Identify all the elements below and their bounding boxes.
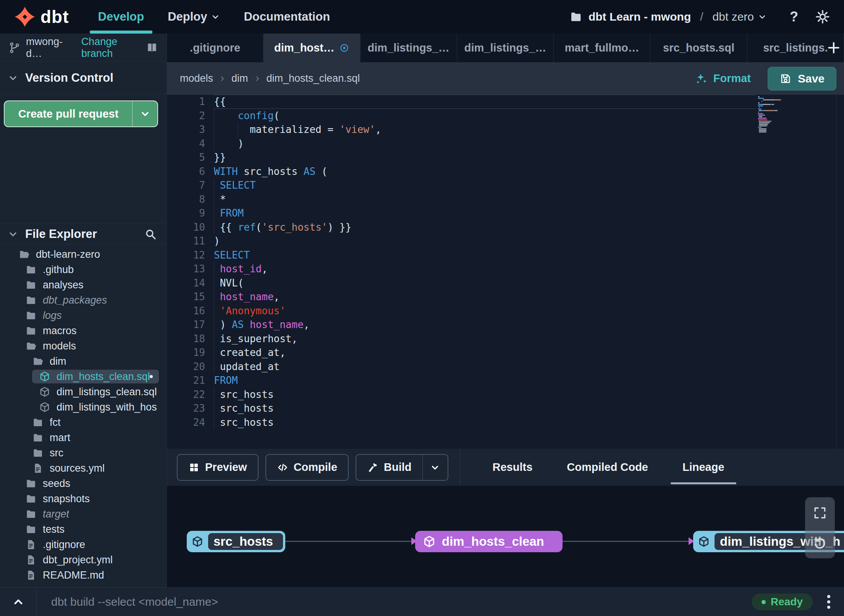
version-control-header[interactable]: Version Control — [0, 62, 167, 94]
line-number: 10 — [167, 220, 205, 234]
code-line: SELECT — [214, 248, 820, 262]
tree-item-dim-listings-clean-sql[interactable]: dim_listings_clean.sql — [0, 384, 167, 399]
tree-item-src[interactable]: src — [0, 445, 167, 461]
search-icon[interactable] — [144, 228, 157, 240]
breadcrumb-dim[interactable]: dim — [231, 73, 248, 84]
create-pull-request-button[interactable]: Create pull request — [4, 100, 158, 127]
indent-guide — [238, 123, 238, 137]
refresh-icon[interactable] — [813, 535, 827, 550]
folder-icon — [25, 508, 37, 520]
chevron-up-icon — [12, 595, 25, 608]
tab-src-hosts-sql[interactable]: src_hosts.sql — [650, 34, 747, 62]
help-button[interactable]: ? — [790, 9, 798, 25]
format-button[interactable]: Format — [694, 72, 751, 86]
tree-item-dbt-project-yml[interactable]: dbt_project.yml — [0, 552, 167, 567]
tree-item-label: models — [43, 340, 76, 352]
tree-item-dim-listings-with-hosts[interactable]: dim_listings_with_hosts… — [0, 399, 167, 415]
tree-item-dim-hosts-clean-sql[interactable]: dim_hosts_clean.sql — [0, 369, 167, 384]
tree-item-seeds[interactable]: seeds — [0, 476, 167, 491]
brand-wordmark: dbt — [40, 6, 69, 27]
tree-item-label: dim_listings_with_hosts… — [57, 401, 157, 413]
tab-mart-fullmo[interactable]: mart_fullmo… — [554, 34, 650, 62]
preview-button[interactable]: Preview — [177, 454, 259, 481]
minimap[interactable] — [758, 96, 781, 133]
code-line: {{ ref('src_hosts') }} — [214, 220, 820, 234]
breadcrumb-dim-hosts-clean-sql[interactable]: dim_hosts_clean.sql — [267, 73, 360, 84]
version-control-title: Version Control — [25, 71, 113, 85]
build-dropdown-caret[interactable] — [422, 455, 448, 480]
model-cube-icon — [39, 401, 50, 413]
line-number: 20 — [167, 360, 205, 374]
tree-item-dbt-packages[interactable]: dbt_packages — [0, 293, 167, 308]
tree-item-logs[interactable]: logs — [0, 308, 167, 323]
tree-item-snapshots[interactable]: snapshots — [0, 491, 167, 506]
folder-open-icon — [18, 249, 30, 260]
panel-tab-compiled-code[interactable]: Compiled Code — [550, 449, 665, 486]
code-line: SELECT — [214, 178, 820, 192]
file-explorer-header[interactable]: File Explorer — [0, 223, 167, 244]
tree-item-label: .github — [43, 264, 74, 276]
tab-gitignore[interactable]: .gitignore — [167, 34, 264, 62]
project-selector[interactable]: dbt zero — [713, 10, 767, 23]
tree-item-target[interactable]: target — [0, 506, 167, 522]
tab-dim-listings[interactable]: dim_listings_… — [457, 34, 554, 62]
dbt-logo[interactable]: dbt — [14, 6, 69, 28]
folder-open-icon — [32, 356, 44, 367]
editor-scrollbar[interactable] — [836, 95, 837, 449]
lineage-toolbar — [805, 497, 835, 558]
account-name[interactable]: dbt Learn - mwong — [589, 10, 691, 23]
gear-icon[interactable] — [815, 9, 830, 24]
compile-button[interactable]: Compile — [265, 454, 349, 481]
nav-develop[interactable]: Develop — [98, 0, 144, 34]
pr-dropdown-caret[interactable] — [132, 101, 157, 126]
tree-item-mart[interactable]: mart — [0, 430, 167, 445]
tree-item-fct[interactable]: fct — [0, 415, 167, 430]
line-number: 22 — [167, 388, 205, 402]
new-tab-button[interactable] — [826, 40, 841, 55]
lineage-panel[interactable]: src_hostsdim_hosts_cleandim_listings_wit… — [167, 486, 844, 587]
tree-item-label: mart — [50, 432, 70, 444]
tree-item-dim[interactable]: dim — [0, 354, 167, 369]
kebab-menu-icon[interactable] — [821, 595, 836, 609]
breadcrumb-models[interactable]: models — [180, 73, 213, 84]
line-number: 24 — [167, 416, 205, 430]
tree-item-readme-md[interactable]: README.md — [0, 567, 167, 583]
code-editor[interactable]: 123456789101112131415161718192021222324 … — [167, 95, 844, 449]
code-line: 'Anonymous' — [214, 304, 820, 318]
tree-item-gitignore[interactable]: .gitignore — [0, 537, 167, 552]
tab-dim-listings[interactable]: dim_listings_… — [361, 34, 457, 62]
tree-item-sources-yml[interactable]: sources.yml — [0, 461, 167, 476]
tree-item-macros[interactable]: macros — [0, 323, 167, 338]
tree-item-tests[interactable]: tests — [0, 522, 167, 537]
code-line: is_superhost, — [214, 332, 820, 346]
fullscreen-icon[interactable] — [813, 506, 827, 520]
nav-deploy[interactable]: Deploy — [168, 0, 220, 34]
change-branch-link[interactable]: Change branch — [81, 36, 146, 60]
tree-item-models[interactable]: models — [0, 338, 167, 354]
docs-book-icon[interactable] — [146, 42, 158, 54]
panel-tab-results[interactable]: Results — [475, 449, 550, 486]
line-number: 2 — [167, 109, 205, 123]
divider — [36, 588, 37, 616]
tree-item-label: dbt_project.yml — [43, 554, 113, 566]
line-number: 17 — [167, 318, 205, 332]
tab-dim-host[interactable]: dim_host… — [264, 34, 360, 62]
lineage-node-src-hosts[interactable]: src_hosts — [187, 531, 285, 552]
panel-tab-lineage[interactable]: Lineage — [665, 449, 742, 486]
line-number: 12 — [167, 248, 205, 262]
command-input[interactable]: dbt build --select <model_name> — [51, 595, 218, 608]
model-cube-icon — [423, 535, 436, 548]
code-area[interactable]: {{ config( materialized = 'view', )}}WIT… — [214, 95, 820, 429]
folder-icon — [25, 478, 37, 489]
lineage-node-label: src_hosts — [213, 534, 273, 549]
tree-item-dbt-learn-zero[interactable]: dbt-learn-zero — [0, 247, 167, 262]
build-button[interactable]: Build — [356, 455, 422, 480]
nav-documentation[interactable]: Documentation — [244, 0, 330, 34]
tree-item-github[interactable]: .github — [0, 262, 167, 277]
code-line: host_name, — [214, 290, 820, 304]
tree-item-analyses[interactable]: analyses — [0, 277, 167, 293]
save-button[interactable]: Save — [768, 67, 836, 91]
expand-command-bar-button[interactable] — [0, 595, 36, 608]
code-line: config( — [214, 109, 820, 123]
lineage-node-dim-hosts-clean[interactable]: dim_hosts_clean — [415, 531, 563, 552]
